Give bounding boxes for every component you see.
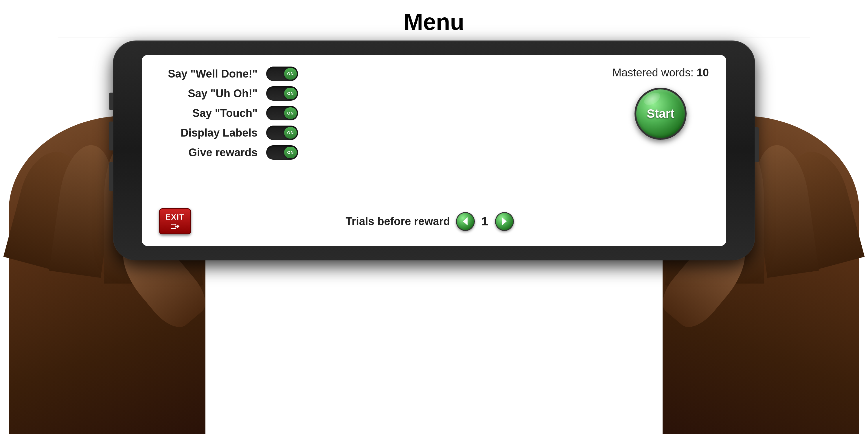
settings-list: Say "Well Done!" ON Say "Uh Oh!" ON (159, 66, 298, 160)
start-button-label: Start (647, 107, 675, 121)
trials-increment-button[interactable] (495, 212, 514, 231)
mastered-words-display: Mastered words: 10 (612, 66, 709, 79)
right-section: Mastered words: 10 Start (612, 64, 709, 140)
exit-button-label: EXIT (165, 213, 185, 222)
toggle-on-text-say-touch: ON (287, 111, 294, 116)
toggle-knob-say-well-done: ON (284, 68, 297, 80)
bottom-section: EXIT Trials before reward 1 (159, 208, 709, 237)
phone-screen: Say "Well Done!" ON Say "Uh Oh!" ON (142, 55, 726, 246)
toggle-give-rewards[interactable]: ON (266, 145, 298, 160)
toggle-on-text-say-uh-oh: ON (287, 91, 294, 96)
setting-row-give-rewards: Give rewards ON (159, 145, 298, 160)
setting-label-say-uh-oh: Say "Uh Oh!" (159, 87, 257, 100)
toggle-on-text-give-rewards: ON (287, 150, 294, 155)
setting-label-give-rewards: Give rewards (159, 146, 257, 159)
trials-decrement-button[interactable] (456, 212, 475, 231)
setting-label-display-labels: Display Labels (159, 127, 257, 139)
screen-content: Say "Well Done!" ON Say "Uh Oh!" ON (142, 55, 726, 246)
phone-button-power (755, 127, 758, 162)
phone-button-side (110, 162, 113, 191)
toggle-on-text-say-well-done: ON (287, 71, 294, 76)
phone: Say "Well Done!" ON Say "Uh Oh!" ON (113, 40, 755, 260)
exit-icon (171, 223, 179, 230)
page-title: Menu (0, 9, 868, 35)
mastered-words-label: Mastered words: (612, 66, 696, 79)
setting-label-say-touch: Say "Touch" (159, 107, 257, 120)
toggle-display-labels[interactable]: ON (266, 126, 298, 140)
toggle-on-text-display-labels: ON (287, 130, 294, 135)
toggle-say-well-done[interactable]: ON (266, 66, 298, 81)
phone-button-volume-down (110, 122, 113, 151)
toggle-knob-say-uh-oh: ON (284, 88, 297, 99)
start-button[interactable]: Start (634, 88, 687, 140)
trials-row: Trials before reward 1 (345, 212, 514, 231)
setting-row-say-uh-oh: Say "Uh Oh!" ON (159, 86, 298, 101)
arrow-right-icon (499, 216, 509, 226)
toggle-knob-give-rewards: ON (284, 147, 297, 158)
setting-label-say-well-done: Say "Well Done!" (159, 68, 257, 80)
top-section: Say "Well Done!" ON Say "Uh Oh!" ON (159, 64, 709, 206)
toggle-say-uh-oh[interactable]: ON (266, 86, 298, 101)
svg-marker-2 (463, 217, 468, 225)
svg-marker-3 (502, 217, 507, 225)
arrow-left-icon (460, 216, 470, 226)
toggle-say-touch[interactable]: ON (266, 106, 298, 120)
trials-label: Trials before reward (345, 215, 450, 228)
title-divider (58, 38, 810, 38)
phone-button-volume-up (110, 93, 113, 110)
setting-row-say-touch: Say "Touch" ON (159, 106, 298, 120)
setting-row-say-well-done: Say "Well Done!" ON (159, 66, 298, 81)
setting-row-display-labels: Display Labels ON (159, 126, 298, 140)
exit-button[interactable]: EXIT (159, 208, 191, 235)
trials-count-display: 1 (480, 214, 489, 228)
toggle-knob-say-touch: ON (284, 107, 297, 119)
toggle-knob-display-labels: ON (284, 127, 297, 138)
mastered-words-count: 10 (697, 66, 709, 79)
